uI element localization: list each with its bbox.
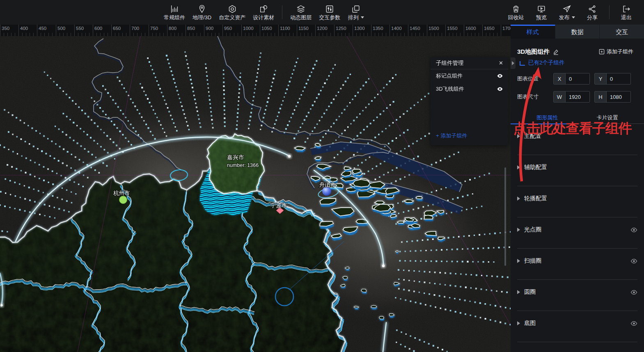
- recycle-bin-button[interactable]: 回收站: [503, 1, 529, 24]
- subcomponents-link: 已有2个子组件: [528, 60, 565, 66]
- recycle-bin-icon: [511, 5, 520, 14]
- position-y-input[interactable]: [607, 73, 630, 84]
- section-header[interactable]: 光点圈: [517, 217, 637, 233]
- dynamic-layers-button[interactable]: 动态图层: [286, 1, 315, 24]
- publish-icon: [562, 5, 571, 14]
- preview-button[interactable]: 预览: [529, 1, 554, 24]
- subcomponent-item-flyline[interactable]: 3D飞线组件: [431, 82, 509, 96]
- edit-icon[interactable]: [553, 49, 559, 55]
- section-light-circle: 光点圈: [517, 217, 637, 249]
- section-header[interactable]: 主配置: [517, 124, 637, 140]
- map-canvas[interactable]: 杭州市 宁波市 舟山市 嘉兴市 numbe: [0, 36, 511, 352]
- toolbar-button-label: 退出: [621, 15, 632, 21]
- eye-icon[interactable]: [497, 86, 503, 92]
- section-scan-circle: 扫描圈: [517, 249, 637, 280]
- x-prefix: X: [554, 73, 566, 84]
- datav-editor: 常规组件 地理/3D 自定义资产 设计素材 动态图层 交互参数 排列: [0, 0, 644, 352]
- subcomponent-item-marker[interactable]: 标记点组件: [431, 69, 509, 82]
- svg-text:舟山市: 舟山市: [319, 182, 336, 188]
- caret-right-icon: [517, 259, 520, 263]
- arrange-button[interactable]: 排列: [344, 1, 368, 24]
- add-subcomponent-link[interactable]: + 添加子组件: [431, 132, 509, 145]
- caret-right-icon: [517, 321, 520, 325]
- bar-chart-icon: [170, 5, 179, 14]
- section-aux-config: 辅助配置: [517, 155, 637, 186]
- tab-interaction[interactable]: 交互: [600, 25, 644, 39]
- horizontal-ruler: 3504004505005506006507007508008509009501…: [0, 25, 511, 36]
- exit-button[interactable]: 退出: [614, 1, 639, 24]
- toolbar-button-label: 排列: [348, 15, 364, 21]
- eye-icon[interactable]: [630, 320, 637, 327]
- section-header[interactable]: 扫描圈: [517, 249, 637, 265]
- hexagon-icon: [228, 5, 237, 14]
- size-h-group: H: [594, 91, 631, 103]
- subcomponents-link-row[interactable]: 已有2个子组件: [520, 59, 637, 66]
- toolbar-button-label: 发布: [559, 15, 575, 21]
- w-prefix: W: [554, 91, 566, 102]
- main-area: 3504004505005506006507007508008509009501…: [0, 25, 644, 352]
- toolbar-button-label: 交互参数: [319, 15, 340, 21]
- section-circle: 圆圈: [517, 280, 637, 311]
- interaction-params-button[interactable]: 交互参数: [315, 1, 344, 24]
- y-prefix: Y: [595, 73, 607, 84]
- eye-icon[interactable]: [630, 226, 637, 233]
- size-w-input[interactable]: [566, 91, 589, 102]
- section-header[interactable]: 轮播配置: [517, 186, 637, 202]
- section-label: 轮播配置: [524, 195, 547, 202]
- size-h-input[interactable]: [607, 91, 630, 102]
- tab-data[interactable]: 数据: [555, 25, 600, 39]
- subtab-graphic-properties[interactable]: 图形属性: [517, 112, 578, 124]
- regular-components-button[interactable]: 常规组件: [160, 1, 189, 24]
- close-icon[interactable]: ✕: [499, 60, 503, 66]
- chart-position-row: 图表位置 X Y: [517, 73, 637, 85]
- component-name: 3D地图组件: [517, 48, 550, 56]
- section-label: 扫描圈: [524, 257, 541, 265]
- eye-icon[interactable]: [497, 73, 503, 79]
- panel-collapse-handle[interactable]: [511, 57, 516, 69]
- chevron-right-icon: [512, 61, 514, 65]
- add-subcomponent-button[interactable]: 添加子组件: [599, 48, 633, 55]
- section-header[interactable]: 辅助配置: [517, 155, 637, 171]
- custom-assets-button[interactable]: 自定义资产: [215, 1, 249, 24]
- chart-size-row: 图表尺寸 W H: [517, 91, 637, 103]
- inspector-body: 3D地图组件 添加子组件 已有2个子组件 图表位置: [511, 39, 644, 352]
- inspector-tabs: 样式 数据 交互: [511, 25, 644, 39]
- position-y-group: Y: [594, 73, 631, 85]
- chart-size-label: 图表尺寸: [517, 93, 553, 101]
- layers-icon: [296, 5, 305, 14]
- position-x-group: X: [553, 73, 590, 85]
- toolbar-button-label: 动态图层: [290, 15, 312, 21]
- svg-text:嘉兴市: 嘉兴市: [227, 154, 244, 160]
- caret-right-icon: [517, 197, 520, 201]
- top-toolbar: 常规组件 地理/3D 自定义资产 设计素材 动态图层 交互参数 排列: [0, 0, 644, 25]
- exit-icon: [622, 5, 631, 14]
- share-button[interactable]: 分享: [580, 1, 605, 24]
- share-icon: [588, 5, 597, 14]
- eye-icon[interactable]: [630, 258, 637, 265]
- section-label: 光点圈: [524, 226, 541, 233]
- canvas-scrollbar[interactable]: [504, 167, 506, 266]
- sliders-icon: [325, 5, 334, 14]
- position-x-input[interactable]: [566, 73, 589, 84]
- subtab-card-settings[interactable]: 卡片设置: [578, 112, 638, 124]
- design-assets-button[interactable]: 设计素材: [249, 1, 278, 24]
- section-label: 主配置: [524, 133, 541, 140]
- publish-button[interactable]: 发布: [554, 1, 580, 24]
- section-basemap: 底图: [517, 311, 637, 342]
- section-label: 圆圈: [524, 288, 536, 296]
- caret-right-icon: [517, 290, 520, 294]
- geo-3d-button[interactable]: 地理/3D: [189, 1, 215, 24]
- tab-style[interactable]: 样式: [511, 25, 555, 39]
- eye-icon[interactable]: [630, 289, 637, 296]
- subcomponent-panel-title: 子组件管理: [436, 59, 464, 67]
- arrange-icon: [351, 5, 360, 14]
- svg-text:宁波市: 宁波市: [270, 202, 287, 208]
- toolbar-button-label: 地理/3D: [193, 15, 211, 21]
- canvas-column: 3504004505005506006507007508008509009501…: [0, 25, 511, 352]
- subcomponent-item-label: 3D飞线组件: [436, 85, 464, 93]
- preview-icon: [537, 5, 546, 14]
- subcomponent-manager-panel: 子组件管理 ✕ 标记点组件 3D飞线组件: [431, 57, 509, 145]
- section-header[interactable]: 底图: [517, 311, 637, 327]
- section-label: 辅助配置: [524, 164, 547, 171]
- section-header[interactable]: 圆圈: [517, 280, 637, 296]
